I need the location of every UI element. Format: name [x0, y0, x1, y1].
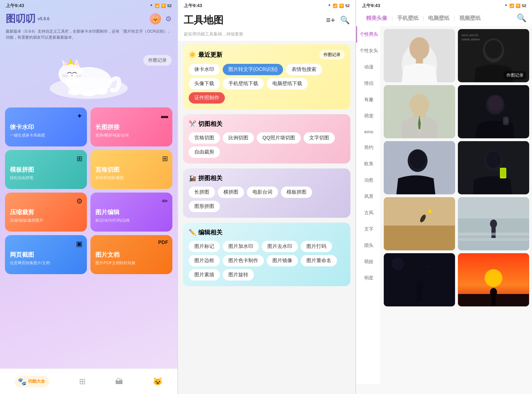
tag-img-border[interactable]: 图片边框	[189, 255, 220, 266]
p3-header: 精美头像 | 手机壁纸 | 电脑壁纸 | 视频壁纸 🔍	[356, 11, 532, 26]
status-bar-2: 上午9:43 ＊ 📶 🛜 52	[178, 0, 355, 11]
user-avatar[interactable]: 🐱	[150, 13, 161, 24]
tab-pc-wp[interactable]: 电脑壁纸	[424, 15, 454, 22]
section-cut: ✂️ 切图相关 宫格切图 比例切图 QQ照片墙切图 文字切图 自由裁剪	[183, 114, 350, 163]
tab-avatar[interactable]: 精美头像	[362, 15, 392, 22]
card-grid-cut[interactable]: ⊞ 宫格切图 多种类切图/藏图	[90, 150, 172, 189]
tag-ratio-cut[interactable]: 比例切图	[223, 132, 254, 144]
tag-img-mark[interactable]: 图片标记	[189, 241, 220, 252]
card-template-puzzle[interactable]: ⊞ 模板拼图 轻松自由拼图	[5, 150, 87, 189]
sidebar-item-western[interactable]: 欧美	[356, 156, 381, 172]
sidebar-item-anime[interactable]: 动漫	[356, 59, 381, 75]
settings-icon[interactable]: ⚙	[165, 15, 172, 23]
sidebar-item-healing[interactable]: 治愈	[356, 172, 381, 188]
sidebar-item-pet[interactable]: 萌宠	[356, 108, 381, 124]
tab-phone-wp[interactable]: 手机壁纸	[393, 15, 423, 22]
nav-item-grid-1[interactable]: ⊞	[79, 377, 85, 386]
tag-img-mirror[interactable]: 图片镜像	[267, 255, 298, 266]
card-laika-watermark[interactable]: ✦ 徕卡水印 一键生成徕卡风格图	[5, 107, 87, 146]
sidebar-item-male[interactable]: 个性男头	[356, 26, 381, 43]
tag-ocr[interactable]: 图片转文字(OCR识别)	[223, 64, 283, 75]
sidebar-item-emo[interactable]: emo	[356, 124, 381, 139]
nav-item-cat-1[interactable]: 😺	[153, 377, 162, 386]
card-image-edit[interactable]: ✏ 图片编辑 标记/水印/打码/边框	[90, 193, 172, 232]
tag-img-rename[interactable]: 图片重命名	[301, 255, 337, 266]
img-card-4[interactable]	[384, 141, 455, 194]
tag-phone-wp[interactable]: 手机壁纸下载	[223, 78, 264, 89]
sidebar-item-funny[interactable]: 有趣	[356, 91, 381, 108]
sidebar-item-text[interactable]: 文字	[356, 221, 381, 237]
svg-rect-44	[501, 168, 506, 177]
tag-movie-caption[interactable]: 电影台词	[247, 187, 278, 198]
card-web-screenshot[interactable]: ▣ 网页截图 任意网页转换图片/文档	[5, 235, 87, 274]
svg-rect-67	[492, 296, 496, 306]
card-image-doc[interactable]: PDF 图片文档 图片/PDF文档轻松转换	[90, 235, 172, 274]
img-card-6[interactable]	[384, 197, 455, 250]
img-card-0[interactable]	[384, 29, 455, 82]
search-icon-2[interactable]: 🔍	[340, 16, 350, 25]
sidebar-item-star[interactable]: 明星	[356, 270, 381, 286]
img-card-7[interactable]	[458, 197, 529, 250]
p2-scroll-area[interactable]: ☀️ 最近更新 作图记录 徕卡水印 图片转文字(OCR识别) 表情包搜索 头像下…	[178, 41, 355, 383]
sidebar-item-group[interactable]: 团头	[356, 237, 381, 254]
img-card-2[interactable]	[384, 85, 455, 138]
tag-img-sketch[interactable]: 图片素描	[189, 269, 220, 281]
tag-emoji-search[interactable]: 表情包搜索	[286, 64, 322, 75]
card-title-0: 徕卡水印	[10, 123, 82, 131]
card-compress-crop[interactable]: ⚙ 压缩裁剪 压缩/缩放/裁剪图片	[5, 193, 87, 232]
cat-illustration	[0, 42, 177, 106]
p3-content[interactable]: NICK NOLTE DANIEL BERNH 作图记录	[381, 26, 532, 384]
img-card-1[interactable]: NICK NOLTE DANIEL BERNH 作图记录	[458, 29, 529, 82]
tag-avatar-dl[interactable]: 头像下载	[189, 78, 220, 89]
status-time-2: 上午9:43	[184, 2, 202, 9]
tag-template-puzzle[interactable]: 模板拼图	[281, 187, 312, 198]
img-card-5[interactable]	[458, 141, 529, 194]
nav-item-gongnen[interactable]: 🐾 功能大全	[15, 376, 49, 387]
tag-pc-wp[interactable]: 电脑壁纸下载	[267, 78, 308, 89]
card-sub-4: 压缩/缩放/裁剪图片	[10, 218, 82, 223]
tag-laika[interactable]: 徕卡水印	[189, 64, 220, 75]
tag-add-watermark[interactable]: 图片加水印	[223, 241, 259, 252]
signal-icon-3: 📶	[509, 4, 514, 8]
tag-qq-wall[interactable]: QQ照片墙切图	[257, 132, 301, 144]
card-icon-2: ⊞	[77, 154, 83, 163]
tag-text-cut[interactable]: 文字切图	[304, 132, 335, 144]
p2-header-icons: ≡+ 🔍	[326, 16, 350, 25]
p1-header: 图叨叨 v5.9.6 🐱 ⚙	[0, 11, 177, 28]
tag-img-rotate[interactable]: 图片旋转	[223, 269, 254, 281]
svg-point-11	[71, 75, 73, 76]
svg-point-10	[73, 63, 75, 65]
card-title-3: 宫格切图	[95, 166, 167, 174]
tag-grid-cut[interactable]: 宫格切图	[189, 132, 220, 144]
add-menu-icon[interactable]: ≡+	[326, 16, 335, 25]
card-long-splice[interactable]: ▬ 长图拼接 竖拼/横拼/电影台词	[90, 107, 172, 146]
tab-video-wp[interactable]: 视频壁纸	[455, 15, 485, 22]
p3-sidebar: 个性男头 个性女头 动漫 情侣 有趣 萌宠 emo 简约 欧美 治愈 风景 古风…	[356, 26, 381, 384]
svg-rect-36	[504, 118, 508, 123]
tag-horiz-puzzle[interactable]: 横拼图	[218, 187, 244, 198]
tag-long-puzzle[interactable]: 长拼图	[189, 187, 215, 198]
tag-color-card[interactable]: 图片色卡制作	[223, 255, 264, 266]
tag-shape-puzzle[interactable]: 图形拼图	[189, 201, 220, 212]
sidebar-item-classical[interactable]: 古风	[356, 205, 381, 221]
img-card-9[interactable]	[458, 253, 529, 306]
tag-img-code[interactable]: 图片打码	[301, 241, 332, 252]
img-card-3[interactable]	[458, 85, 529, 138]
work-record-button-2[interactable]: 作图记录	[319, 50, 345, 60]
sidebar-item-landscape[interactable]: 风景	[356, 188, 381, 205]
sidebar-item-baby[interactable]: 萌娃	[356, 254, 381, 270]
nav-item-mountain-1[interactable]: 🏔	[115, 377, 123, 386]
tag-id-photo[interactable]: 证件照制作	[189, 92, 225, 104]
nav-icon-gongnen: 🐾	[18, 377, 27, 386]
card-title-4: 压缩裁剪	[10, 208, 82, 216]
card-icon-4: ⚙	[76, 197, 83, 205]
sidebar-item-couple[interactable]: 情侣	[356, 75, 381, 91]
tag-free-crop[interactable]: 自由裁剪	[189, 146, 220, 158]
section-puzzle-header: 🚂 拼图相关	[189, 174, 345, 182]
sidebar-item-simple[interactable]: 简约	[356, 139, 381, 156]
img-card-8[interactable]: / \ / \ / \ / / \	[384, 253, 455, 306]
wifi-icon: 🛜	[161, 4, 166, 8]
search-icon-3[interactable]: 🔍	[517, 13, 526, 23]
tag-remove-watermark[interactable]: 图片去水印	[262, 241, 298, 252]
sidebar-item-female[interactable]: 个性女头	[356, 43, 381, 59]
